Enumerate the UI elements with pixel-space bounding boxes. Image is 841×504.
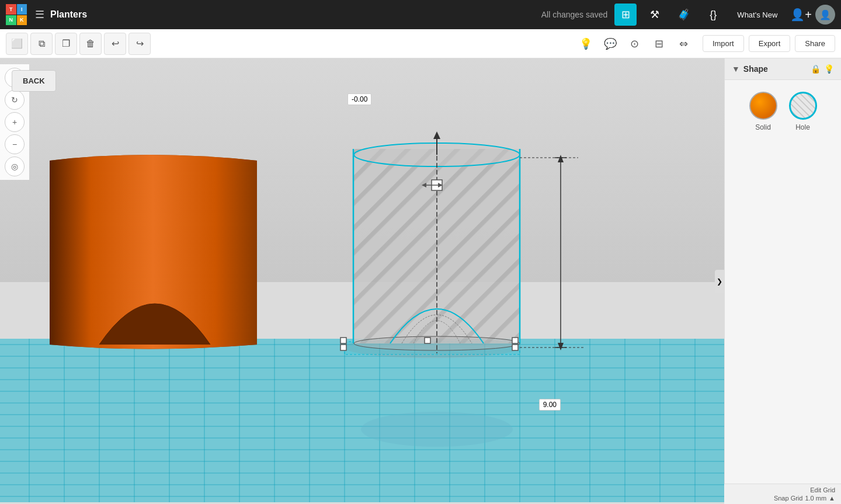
svg-rect-53 (425, 338, 430, 343)
snap-grid-label: Snap Grid (774, 495, 803, 502)
save-status: All changes saved (541, 10, 608, 19)
bubble-btn[interactable]: 💬 (600, 33, 621, 54)
svg-rect-54 (512, 338, 518, 343)
user-area[interactable]: 👤+ 👤 (790, 5, 835, 25)
snap-grid-value: 1.0 mm (805, 495, 826, 502)
dimension-top-label: -0.00 (347, 93, 371, 105)
snap-grid: Snap Grid 1.0 mm ▲ (774, 495, 835, 502)
right-panel: ▼ Shape 🔒 💡 Solid Hole Edit Grid Snap Gr… (724, 58, 841, 504)
project-list-icon: ☰ (35, 8, 44, 21)
svg-rect-52 (340, 338, 346, 343)
solid-icon (749, 92, 777, 120)
lock-icon: 🔒 (811, 64, 821, 74)
share-btn[interactable]: Share (795, 35, 835, 52)
shape-panel-header: ▼ Shape 🔒 💡 (725, 58, 841, 80)
light-btn[interactable]: 💡 (575, 33, 596, 54)
logo-i: I (17, 4, 27, 15)
topbar-right: All changes saved ⊞ ⚒ 🧳 {} What's New 👤+… (541, 4, 835, 26)
dimension-height-label: 9.00 (539, 399, 561, 411)
back-button[interactable]: BACK (12, 70, 56, 92)
canvas-area[interactable]: BACK ⌂ ↻ + − ◎ (0, 58, 724, 504)
shape-header-chevron[interactable]: ▼ (732, 64, 740, 74)
avatar[interactable]: 👤 (815, 5, 835, 25)
export-btn[interactable]: Export (749, 35, 791, 52)
code-btn[interactable]: {} (702, 4, 724, 26)
layers-btn[interactable]: ◎ (5, 157, 25, 176)
toolbar-right: Import Export Share (703, 35, 835, 52)
undo-btn[interactable]: ↩ (104, 33, 126, 55)
import-btn[interactable]: Import (703, 35, 744, 52)
shape-panel-title: Shape (743, 64, 768, 74)
statusbar: Edit Grid Snap Grid 1.0 mm ▲ (724, 484, 841, 504)
svg-point-44 (354, 336, 520, 350)
hole-icon (789, 92, 817, 120)
frame-tool-btn[interactable]: ⬜ (6, 33, 28, 55)
add-user-icon: 👤+ (790, 8, 812, 22)
edit-grid-button[interactable]: Edit Grid (810, 486, 835, 493)
zoom-out-btn[interactable]: − (5, 134, 25, 154)
solid-label: Solid (755, 123, 771, 131)
whats-new-button[interactable]: What's New (731, 7, 783, 23)
gallery-btn[interactable]: 🧳 (673, 4, 695, 26)
grid-view-btn[interactable]: ⊞ (614, 4, 637, 26)
align-btn[interactable]: ⊟ (649, 33, 670, 54)
panel-collapse-btn[interactable]: ❯ (715, 270, 724, 293)
toolbar: ⬜ ⧉ ❐ 🗑 ↩ ↪ 💡 💬 ⊙ ⊟ ⇔ Import Export Shar… (0, 29, 841, 58)
svg-point-64 (361, 412, 513, 447)
hole-option[interactable]: Hole (789, 92, 817, 131)
project-title: Planters (50, 9, 87, 20)
duplicate-tool-btn[interactable]: ❐ (55, 33, 77, 55)
topbar: T I N K ☰ Planters All changes saved ⊞ ⚒… (0, 0, 841, 29)
copy-tool-btn[interactable]: ⧉ (30, 33, 53, 55)
logo-t: T (6, 4, 16, 15)
solid-option[interactable]: Solid (749, 92, 777, 131)
svg-rect-36 (345, 342, 520, 354)
toolbar-center: 💡 💬 ⊙ ⊟ ⇔ (575, 33, 694, 54)
svg-marker-61 (558, 343, 564, 350)
target-btn[interactable]: ⊙ (624, 33, 645, 54)
zoom-in-btn[interactable]: + (5, 112, 25, 132)
svg-rect-56 (512, 345, 518, 350)
logo: T I N K (6, 4, 27, 25)
svg-rect-0 (0, 339, 724, 502)
flip-btn[interactable]: ⇔ (673, 33, 694, 54)
redo-btn[interactable]: ↪ (128, 33, 151, 55)
main-area: BACK ⌂ ↻ + − ◎ (0, 58, 841, 504)
svg-point-35 (345, 337, 520, 358)
delete-tool-btn[interactable]: 🗑 (79, 33, 102, 55)
orbit-btn[interactable]: ↻ (5, 90, 25, 110)
info-icon[interactable]: 💡 (824, 64, 834, 74)
svg-rect-55 (340, 345, 346, 350)
logo-k: K (17, 15, 27, 26)
shape-options: Solid Hole (725, 80, 841, 143)
hole-label: Hole (795, 123, 810, 131)
snap-up-icon[interactable]: ▲ (829, 495, 835, 502)
tools-btn[interactable]: ⚒ (644, 4, 666, 26)
logo-n: N (6, 15, 16, 26)
